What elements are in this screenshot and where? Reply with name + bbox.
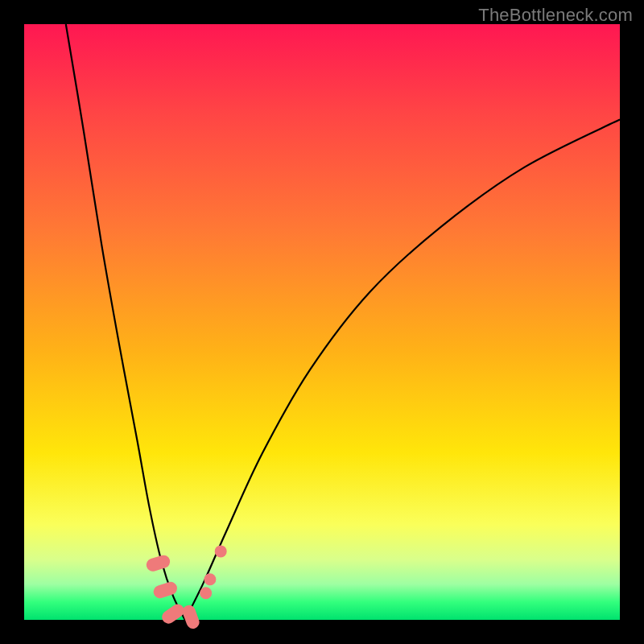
svg-rect-0 bbox=[145, 554, 171, 573]
data-point-capsule bbox=[152, 580, 179, 600]
data-point-dot bbox=[215, 545, 227, 557]
watermark-text: TheBottleneck.com bbox=[478, 5, 633, 26]
svg-rect-2 bbox=[159, 601, 187, 625]
data-point-capsule bbox=[145, 554, 171, 573]
curve-layer bbox=[24, 24, 620, 620]
curve-left-branch bbox=[66, 24, 185, 620]
data-point-dot bbox=[204, 573, 216, 585]
svg-rect-1 bbox=[152, 580, 179, 600]
data-point-capsule bbox=[159, 601, 187, 625]
chart-frame: TheBottleneck.com bbox=[0, 0, 644, 644]
data-point-dot bbox=[200, 587, 212, 599]
curve-right-branch bbox=[185, 119, 620, 620]
plot-area bbox=[24, 24, 620, 620]
